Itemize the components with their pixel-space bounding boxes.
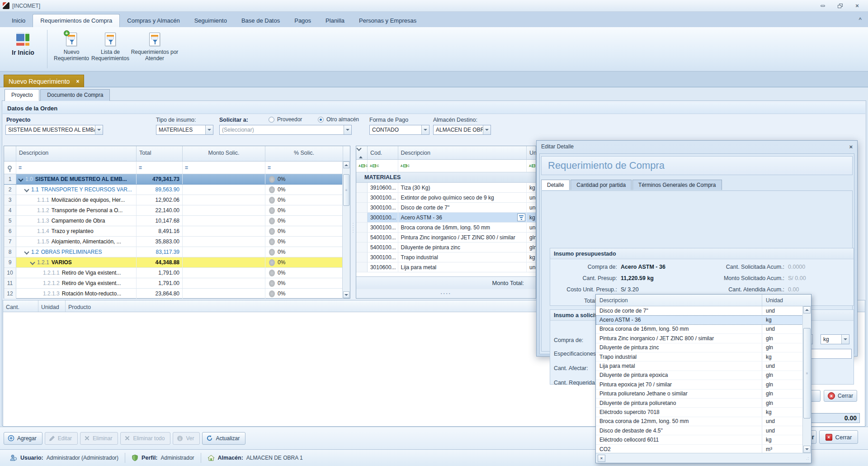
scroll-down-icon[interactable] xyxy=(343,291,349,298)
filter-cell[interactable]: = xyxy=(183,162,265,174)
ribbon-tab[interactable]: Personas y Empresas xyxy=(352,14,424,27)
ribbon-tab[interactable]: Compras y Almacén xyxy=(120,14,187,27)
budget-row[interactable]: 4 1.1.2 Transporte de Personal a O... 22… xyxy=(4,205,350,216)
dropdown-arrow-icon[interactable] xyxy=(95,125,103,134)
cerrar-button-main[interactable]: × Cerrar xyxy=(819,430,858,444)
material-row[interactable]: 3000100... Trapo industrial kg xyxy=(356,252,536,262)
popup-row[interactable]: Diluyente de pintura zinc gln xyxy=(596,343,811,352)
clear-filter-button[interactable]: × xyxy=(598,455,605,462)
popup-row[interactable]: Pintura poliuretano Jethane o similar gl… xyxy=(596,390,811,399)
budget-row[interactable]: 8 1.2 OBRAS PRELIMINARES 83,117.39 0% xyxy=(4,247,350,257)
budget-row[interactable]: 11 1.2.1.2 Retiro de Viga existent... 1,… xyxy=(4,278,350,289)
material-row[interactable]: 5400100... Pintura Zinc inorganico / JET… xyxy=(356,233,536,243)
popup-row[interactable]: Broca corona de 12mm, long. 50 mm und xyxy=(596,417,811,426)
go-home-button[interactable]: Ir Inicio xyxy=(4,30,42,57)
new-requirement-button[interactable]: + Nuevo Requerimiento xyxy=(52,30,91,62)
cerrar-button-dialog[interactable]: × Cerrar xyxy=(824,390,857,402)
page-tab[interactable]: Proyecto xyxy=(5,89,39,101)
requirements-list-button[interactable]: Lista de Requerimientos xyxy=(91,30,130,62)
dropdown-arrow-icon[interactable] xyxy=(344,125,351,134)
almacen-destino-combo[interactable]: ALMACEN DE OBRA 1 xyxy=(433,125,491,135)
filter-cell[interactable]: = xyxy=(137,162,183,174)
budget-row[interactable]: 10 1.2.1.1 Retiro de Viga existent... 1,… xyxy=(4,268,350,278)
popup-row[interactable]: Diluyente de pintura poliuretano gln xyxy=(596,399,811,408)
filter-cell[interactable]: = xyxy=(16,162,137,174)
forma-pago-combo[interactable]: CONTADO xyxy=(369,125,429,135)
dialog-title-bar[interactable]: Editar Detalle × xyxy=(537,141,857,152)
material-row[interactable]: 3000100... Broca corona de 16mm, long. 5… xyxy=(356,223,536,233)
dropdown-arrow-icon[interactable] xyxy=(483,125,491,134)
pending-requirements-button[interactable]: Requerimientos por Atender xyxy=(130,30,179,62)
horizontal-splitter[interactable]: ···· xyxy=(356,289,536,298)
budget-row[interactable]: 3 1.1.1 Movilización de equipos, Her... … xyxy=(4,195,350,205)
dropdown-arrow-icon[interactable] xyxy=(841,335,849,344)
ribbon-tab[interactable]: Inicio xyxy=(5,14,33,27)
row-filter-button-icon[interactable] xyxy=(517,214,525,221)
dialog-tab[interactable]: Detalle xyxy=(541,180,570,190)
popup-row[interactable]: Acero ASTM - 36 kg xyxy=(596,315,811,324)
col-unidad[interactable]: Unidad xyxy=(38,300,66,312)
expand-chevron-icon[interactable] xyxy=(30,260,35,265)
vertical-splitter[interactable]: ····· xyxy=(351,217,355,238)
col-monto-solic[interactable]: Monto Solic. xyxy=(183,146,265,161)
ribbon-collapse-chevron-icon[interactable]: ^ xyxy=(859,17,862,22)
material-row[interactable]: 5400100... Diluyente de pintura zinc gln xyxy=(356,243,536,252)
dialog-tab[interactable]: Términos Generales de Compra xyxy=(632,180,722,190)
popup-row[interactable]: Eléctrodo cellocord 6011 kg xyxy=(596,435,811,444)
close-button[interactable]: × xyxy=(854,3,861,9)
budget-row[interactable]: 2 1.1 TRANSPORTE Y RECURSOS VAR... 89,56… xyxy=(4,185,350,195)
agregar-button[interactable]: Agregar xyxy=(4,432,42,445)
resize-grip-icon[interactable]: .: xyxy=(806,456,809,461)
unit-combo[interactable]: kg xyxy=(821,334,849,344)
proyecto-combo[interactable]: SISTEMA DE MUESTREO AL EMBAR... xyxy=(5,125,103,135)
page-tab[interactable]: Documento de Compra xyxy=(40,89,110,101)
popup-row[interactable]: Trapo industrial kg xyxy=(596,352,811,361)
col-unidad[interactable]: Un xyxy=(527,146,536,159)
tipo-insumo-combo[interactable]: MATERIALES xyxy=(156,125,213,135)
material-row[interactable]: 3000100... Disco de corte de 7" und xyxy=(356,203,536,213)
radio-otro-almacen[interactable]: Otro almacén xyxy=(318,116,359,123)
materials-group-row[interactable]: MATERIALES xyxy=(356,172,536,183)
scroll-thumb[interactable]: ≡ xyxy=(803,328,811,418)
budget-row[interactable]: 9 1.2.1 VARIOS 44,348.88 0% xyxy=(4,257,350,268)
expand-chevron-icon[interactable] xyxy=(24,250,29,255)
col-descripcion[interactable]: Descripcion xyxy=(398,146,527,159)
dialog-close-icon[interactable]: × xyxy=(849,143,853,150)
document-tab-nuevo-requerimiento[interactable]: Nuevo Requerimiento × xyxy=(4,75,84,87)
popup-row[interactable]: Disco de corte de 7" und xyxy=(596,306,811,315)
restore-button[interactable] xyxy=(836,3,844,9)
popup-row[interactable]: Disco de desbaste de 4.5" und xyxy=(596,426,811,435)
ribbon-tab[interactable]: Base de Datos xyxy=(234,14,287,27)
popup-col-descripcion[interactable]: Descripcion xyxy=(596,295,762,306)
radio-proveedor[interactable]: Proveedor xyxy=(269,116,302,123)
col-descripcion[interactable]: Descripcion xyxy=(16,146,137,161)
budget-grid-scrollbar[interactable]: ≡ xyxy=(342,162,350,298)
filter-cell[interactable]: = xyxy=(265,162,343,174)
scroll-thumb[interactable]: ≡ xyxy=(343,174,349,206)
ribbon-tab[interactable]: Seguimiento xyxy=(187,14,234,27)
ribbon-tab[interactable]: Pagos xyxy=(287,14,318,27)
minimize-button[interactable] xyxy=(819,3,826,9)
scroll-up-icon[interactable] xyxy=(343,162,349,168)
popup-scrollbar[interactable]: ≡ xyxy=(802,306,811,453)
scroll-down-icon[interactable] xyxy=(803,446,811,453)
popup-row[interactable]: Lija para metal und xyxy=(596,361,811,371)
col-pct-solic[interactable]: % Solic. xyxy=(265,146,343,161)
tab-close-icon[interactable]: × xyxy=(76,78,79,85)
popup-row[interactable]: Diluyente de pintura epoxica gln xyxy=(596,371,811,380)
budget-row[interactable]: 1 1.0 SISTEMA DE MUESTREO AL EMB... 479,… xyxy=(4,174,350,185)
expand-chevron-icon[interactable] xyxy=(18,177,23,182)
material-row[interactable]: 3010600... Lija para metal und xyxy=(356,262,536,272)
popup-col-unidad[interactable]: Unidad xyxy=(762,295,802,306)
dropdown-arrow-icon[interactable] xyxy=(421,125,429,134)
solicitar-combo[interactable]: (Seleccionar) xyxy=(219,125,352,135)
material-row[interactable]: 3910600... Tiza (30 Kg) kg xyxy=(356,183,536,193)
ribbon-tab[interactable]: Requerimientos de Compra xyxy=(33,14,120,27)
material-row[interactable]: 3000100... Acero ASTM - 36 kg xyxy=(356,213,536,223)
dropdown-arrow-icon[interactable] xyxy=(205,125,213,134)
popup-row[interactable]: Pintura Zinc inorganico / JET ZINC 800 /… xyxy=(596,334,811,343)
ribbon-tab[interactable]: Planilla xyxy=(318,14,352,27)
budget-row[interactable]: 5 1.1.3 Campamento de Obra 10,147.68 0% xyxy=(4,216,350,226)
popup-row[interactable]: Pintura epoxica jet 70 / similar gln xyxy=(596,380,811,389)
budget-row[interactable]: 7 1.1.5 Alojamiento, Alimentación, ... 3… xyxy=(4,237,350,247)
